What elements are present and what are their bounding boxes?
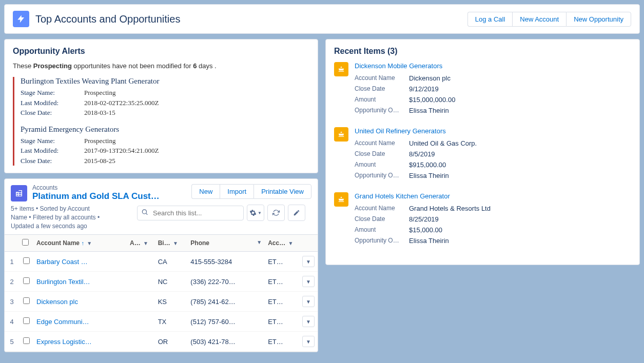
row-checkbox[interactable] [23,277,30,284]
col-label: Acc… [268,239,285,247]
col-label: Account Name [36,239,80,247]
alert-stage-row: Stage Name:Prospecting [21,88,309,98]
billing-state-cell: NC [155,272,188,292]
recent-amount-row: Amount$15,000,000.00 [355,94,631,105]
alerts-title: Opportunity Alerts [13,47,309,56]
row-actions-cell: ▼ [299,252,318,272]
col-checkbox [19,235,33,252]
alert-modified-row: Last Modifed:2018-02-02T22:35:25.000Z [21,98,309,108]
alert-title: Pyramid Emergency Generators [21,125,309,134]
list-toolbar: ▼ [137,205,311,225]
search-wrap [137,206,244,220]
recent-value: Elissa Theirin [409,172,449,179]
table-body: 1 Barbary Coast … CA 415-555-3284 ET… ▼ … [5,252,318,352]
accounts-table: Account Name ↑ ▼ A… ▼ Bi… ▼ Phone ▼ Acc…… [5,234,318,352]
col-account-name[interactable]: Account Name ↑ ▼ [33,235,127,252]
recent-label: Account Name [355,139,409,147]
alert-value: 2015-08-25 [84,156,115,166]
main-columns: Opportunity Alerts These Prospecting opp… [4,39,640,352]
account-link[interactable]: Barbary Coast … [36,258,88,266]
account-link[interactable]: Dickenson plc [36,298,78,306]
recent-body: Dickenson Mobile Generators Account Name… [355,62,631,116]
new-account-button[interactable]: New Account [512,12,566,27]
recent-body: United Oil Refinery Generators Account N… [355,127,631,181]
refresh-button[interactable] [267,205,285,221]
recent-label: Amount [355,161,409,169]
row-checkbox[interactable] [23,297,30,304]
col-label: Bi… [158,239,170,247]
phone-cell: (336) 222-70… [187,272,265,292]
chevron-down-icon: ▼ [143,240,148,246]
alert-close-row: Close Date:2015-08-25 [21,156,309,166]
svg-point-0 [142,210,146,214]
row-menu-button[interactable]: ▼ [302,276,315,287]
alert-value: 2018-02-02T22:35:25.000Z [84,98,159,108]
search-input[interactable] [137,206,244,220]
edit-button[interactable] [288,205,305,221]
alerts-list: Burlington Textiles Weaving Plant Genera… [13,77,309,166]
account-name-cell: Barbary Coast … [33,252,127,272]
settings-button[interactable]: ▼ [247,205,264,221]
list-name[interactable]: Platinum and Gold SLA Cust… [32,191,186,201]
recent-value: $15,000,000.00 [409,96,455,104]
log-call-button[interactable]: Log a Call [467,12,513,27]
recent-label: Amount [355,96,409,104]
list-meta-line: Name • Filtered by all accounts • [11,213,127,222]
billing-state-cell: TX [155,312,188,332]
svg-line-1 [146,213,148,215]
recent-owner-row: Opportunity O…Elissa Theirin [355,235,631,246]
alert-modified-row: Last Modifed:2017-09-13T20:54:21.000Z [21,146,309,156]
lightning-icon [13,11,29,27]
import-button[interactable]: Import [220,184,253,199]
row-menu-button[interactable]: ▼ [302,296,315,307]
recent-item-link[interactable]: United Oil Refinery Generators [355,127,631,135]
row-menu-button[interactable]: ▼ [302,336,315,347]
list-meta-line: 5+ items • Sorted by Account [11,205,127,213]
list-meta-line: Updated a few seconds ago [11,222,127,231]
col-owner[interactable]: Acc… ▼ [265,235,299,252]
account-link[interactable]: Express Logistic… [36,338,92,346]
row-checkbox-cell [19,272,33,292]
alert-stage-row: Stage Name:Prospecting [21,136,309,146]
alert-label: Close Date: [21,156,84,166]
row-checkbox[interactable] [23,337,30,344]
recent-label: Account Name [355,205,409,212]
col-a-cell [127,292,155,312]
recent-item: Dickenson Mobile Generators Account Name… [334,62,631,116]
new-button[interactable]: New [191,184,220,199]
alert-label: Last Modifed: [21,98,84,108]
col-a-cell [127,312,155,332]
account-icon [11,185,27,201]
select-all-checkbox[interactable] [22,239,29,246]
account-link[interactable]: Burlington Textil… [36,278,90,286]
row-menu-button[interactable]: ▼ [302,256,315,267]
row-number: 2 [5,272,19,292]
col-billing[interactable]: Bi… ▼ [155,235,188,252]
row-checkbox[interactable] [23,317,30,324]
col-a[interactable]: A… ▼ [127,235,155,252]
new-opportunity-button[interactable]: New Opportunity [566,12,631,27]
opportunity-icon [334,62,348,76]
recent-account-row: Account NameDickenson plc [355,73,631,84]
row-menu-button[interactable]: ▼ [302,316,315,327]
alert-label: Close Date: [21,108,84,118]
col-phone[interactable]: Phone ▼ [187,235,265,252]
account-link[interactable]: Edge Communi… [36,318,89,326]
row-checkbox[interactable] [23,257,30,264]
recent-account-row: Account NameUnited Oil & Gas Corp. [355,138,631,149]
recent-items-card: Recent Items (3) Dickenson Mobile Genera… [325,39,640,265]
sort-up-icon: ↑ [81,240,84,246]
page-title: Top Accounts and Opportunities [35,13,180,25]
recent-item: United Oil Refinery Generators Account N… [334,127,631,181]
printable-view-button[interactable]: Printable View [253,184,311,199]
list-header: Accounts Platinum and Gold SLA Cust… New… [5,184,318,205]
opportunity-icon [334,192,348,207]
phone-cell: (503) 421-78… [187,332,265,352]
recent-account-row: Account NameGrand Hotels & Resorts Ltd [355,203,631,214]
recent-title: Recent Items (3) [334,47,631,56]
alert-label: Stage Name: [21,88,84,98]
row-actions-cell: ▼ [299,292,318,312]
recent-item-link[interactable]: Dickenson Mobile Generators [355,62,631,70]
recent-item-link[interactable]: Grand Hotels Kitchen Generator [355,192,631,200]
row-checkbox-cell [19,292,33,312]
